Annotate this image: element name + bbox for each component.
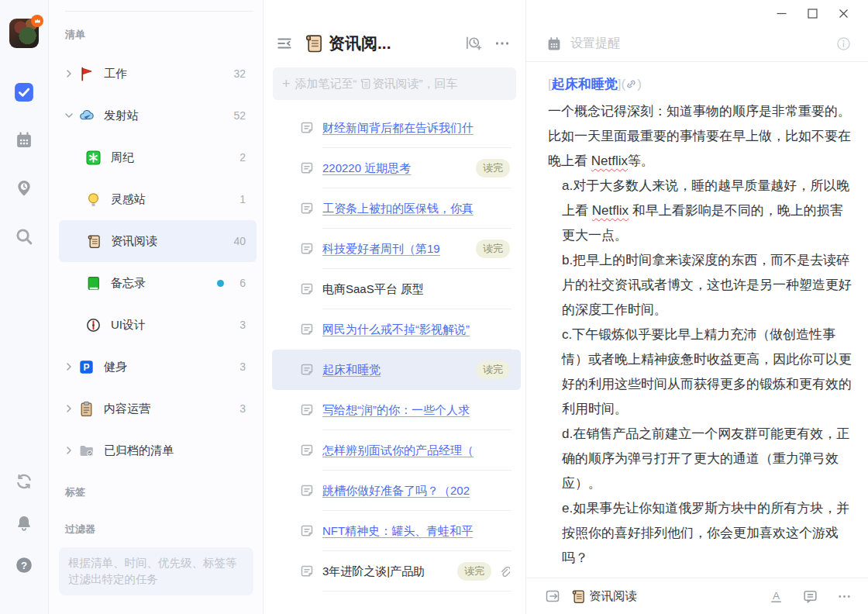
note-icon <box>299 402 315 418</box>
note-item-title[interactable]: 220220 近期思考 <box>322 161 470 176</box>
note-list-item[interactable]: 电商SaaS平台 原型 <box>272 269 521 309</box>
add-note-input[interactable]: + 添加笔记至“ 资讯阅读 ”，回车 <box>273 67 516 100</box>
sidebar: 清单 工作32发射站52周纪2灵感站1资讯阅读40备忘录6UI设计3P健身3内容… <box>49 0 264 614</box>
lists-section-label: 清单 <box>65 28 263 42</box>
note-detail-panel: 设置提醒 [起床和睡觉]() 一个概念记得深刻：知道事物的顺序是非常重要的。比如… <box>526 0 868 614</box>
item-count: 2 <box>239 151 246 164</box>
chevron-right-icon[interactable] <box>60 360 78 373</box>
note-title: 起床和睡觉 <box>552 77 618 91</box>
note-item-title[interactable]: NFT精神史：罐头、青蛙和平 <box>322 524 510 539</box>
sidebar-item[interactable]: 周纪2 <box>59 136 257 178</box>
note-list-item[interactable]: 写给想“润”的你：一些个人求 <box>272 390 521 430</box>
notifications-icon[interactable] <box>12 512 36 535</box>
sidebar-item[interactable]: UI设计3 <box>59 304 257 346</box>
plane-icon <box>78 107 95 124</box>
note-list-item[interactable]: 科技爱好者周刊（第19读完 <box>272 229 521 269</box>
note-item-title[interactable]: 工资条上被扣的医保钱，你真 <box>322 202 510 216</box>
note-paragraph: e.如果事先让你知道俄罗斯方块中的所有方块，并按照你的喜好排列他们，你会更加喜欢… <box>562 496 856 571</box>
note-icon <box>299 362 315 378</box>
sidebar-item[interactable]: 资讯阅读40 <box>59 220 257 262</box>
sort-by-time-icon[interactable] <box>463 34 482 53</box>
chevron-right-icon[interactable] <box>60 444 78 457</box>
note-item-title[interactable]: 3年进阶之谈|产品助 <box>322 564 451 579</box>
sidebar-list: 工作32发射站52周纪2灵感站1资讯阅读40备忘录6UI设计3P健身3内容运营3… <box>49 53 263 471</box>
note-editor[interactable]: [起床和睡觉]() 一个概念记得深刻：知道事物的顺序是非常重要的。比如一天里面最… <box>526 62 868 578</box>
app-window: ? 清单 工作32发射站52周纪2灵感站1资讯阅读40备忘录6UI设计3P健身3… <box>0 0 868 614</box>
note-item-title[interactable]: 起床和睡觉 <box>322 363 470 378</box>
note-list-item[interactable]: 网民为什么戒不掉“影视解说” <box>272 309 521 350</box>
note-item-title[interactable]: 怎样辨别面试你的产品经理（ <box>322 443 510 458</box>
icon-rail: ? <box>0 0 49 614</box>
chevron-down-icon[interactable] <box>60 109 78 122</box>
note-icon <box>299 523 315 539</box>
more-options-icon[interactable] <box>493 34 512 53</box>
sidebar-item[interactable]: 已归档的清单 <box>59 429 257 471</box>
tasks-icon[interactable] <box>12 81 36 104</box>
crown-badge-icon <box>31 15 43 27</box>
collapse-sidebar-icon[interactable] <box>276 35 293 52</box>
note-list-item[interactable]: 工资条上被扣的医保钱，你真 <box>272 188 521 229</box>
note-paragraph: 一个概念记得深刻：知道事物的顺序是非常重要的。比如一天里面最重要的事情要在早上做… <box>548 99 856 174</box>
sidebar-item-label: 资讯阅读 <box>111 234 233 249</box>
format-text-icon[interactable]: A <box>768 588 784 605</box>
note-paragraph: d.在销售产品之前建立一个网友群可能更有效，正确的顺序为弹弓打开了更大的通道（重… <box>562 422 856 496</box>
item-count: 1 <box>239 193 246 205</box>
item-count: 3 <box>239 319 246 331</box>
filter-placeholder[interactable]: 根据清单、时间、优先级、标签等过滤出特定的任务 <box>59 547 253 595</box>
current-list-name[interactable]: 资讯阅读 <box>589 588 750 605</box>
note-list-item[interactable]: 财经新闻背后都在告诉我们什 <box>272 108 521 148</box>
tags-section-label[interactable]: 标签 <box>65 485 263 499</box>
sparkle-icon <box>84 149 102 166</box>
svg-text:?: ? <box>21 560 27 571</box>
minimize-button[interactable] <box>766 2 797 25</box>
sidebar-item-label: 工作 <box>104 67 233 81</box>
note-item-title[interactable]: 财经新闻背后都在告诉我们什 <box>322 121 510 136</box>
note-title-line: [起床和睡觉]() <box>548 72 856 97</box>
note-item-title[interactable]: 科技爱好者周刊（第19 <box>322 242 470 257</box>
sidebar-item[interactable]: 工作32 <box>59 53 257 95</box>
read-done-badge: 读完 <box>457 562 491 581</box>
sidebar-item[interactable]: 灵感站1 <box>59 178 257 220</box>
note-item-title[interactable]: 电商SaaS平台 原型 <box>322 282 510 297</box>
search-icon[interactable] <box>12 225 36 248</box>
note-icon <box>299 322 315 337</box>
note-item-title[interactable]: 网民为什么戒不掉“影视解说” <box>322 323 510 337</box>
comment-icon[interactable] <box>802 588 818 605</box>
filters-section-label[interactable]: 过滤器 <box>65 523 263 536</box>
note-list-item[interactable]: 跳槽你做好准备了吗？（202 <box>272 471 521 511</box>
list-title: 资讯阅... <box>329 33 453 54</box>
move-to-list-icon[interactable] <box>545 588 560 604</box>
note-list-item[interactable]: 怎样辨别面试你的产品经理（ <box>272 430 521 471</box>
avatar[interactable] <box>9 19 39 48</box>
close-button[interactable] <box>828 2 859 25</box>
sidebar-item-label: 周纪 <box>111 150 239 165</box>
read-done-badge: 读完 <box>476 240 510 258</box>
help-icon[interactable]: ? <box>12 554 36 577</box>
calendar-icon[interactable] <box>12 129 36 152</box>
sidebar-item[interactable]: 内容运营3 <box>59 388 257 429</box>
chevron-right-icon[interactable] <box>60 402 78 415</box>
note-list-item[interactable]: NFT精神史：罐头、青蛙和平 <box>272 511 521 551</box>
read-done-badge: 读完 <box>476 159 510 178</box>
note-item-title[interactable]: 写给想“润”的你：一些个人求 <box>322 403 510 418</box>
sync-icon[interactable] <box>12 470 36 493</box>
scroll-icon <box>570 588 586 605</box>
note-list-item[interactable]: 3年进阶之谈|产品助读完 <box>272 551 521 592</box>
chevron-right-icon[interactable] <box>60 67 78 80</box>
set-reminder-placeholder[interactable]: 设置提醒 <box>570 36 836 52</box>
sidebar-item[interactable]: 备忘录6 <box>59 262 257 304</box>
note-paragraphs: 一个概念记得深刻：知道事物的顺序是非常重要的。比如一天里面最重要的事情要在早上做… <box>548 99 856 571</box>
note-list-item[interactable]: 起床和睡觉读完 <box>272 350 521 390</box>
maximize-button[interactable] <box>797 2 828 25</box>
info-icon[interactable] <box>836 36 851 51</box>
sidebar-item[interactable]: 发射站52 <box>59 95 257 136</box>
item-count: 52 <box>233 109 246 122</box>
more-options-icon[interactable] <box>836 588 852 605</box>
calendar-icon <box>546 36 562 52</box>
bulb-icon <box>84 191 102 208</box>
sidebar-item[interactable]: P健身3 <box>59 346 257 388</box>
habit-pin-icon[interactable] <box>12 177 36 200</box>
svg-text:P: P <box>83 362 89 373</box>
note-list-item[interactable]: 220220 近期思考读完 <box>272 148 521 188</box>
note-item-title[interactable]: 跳槽你做好准备了吗？（202 <box>322 484 510 498</box>
